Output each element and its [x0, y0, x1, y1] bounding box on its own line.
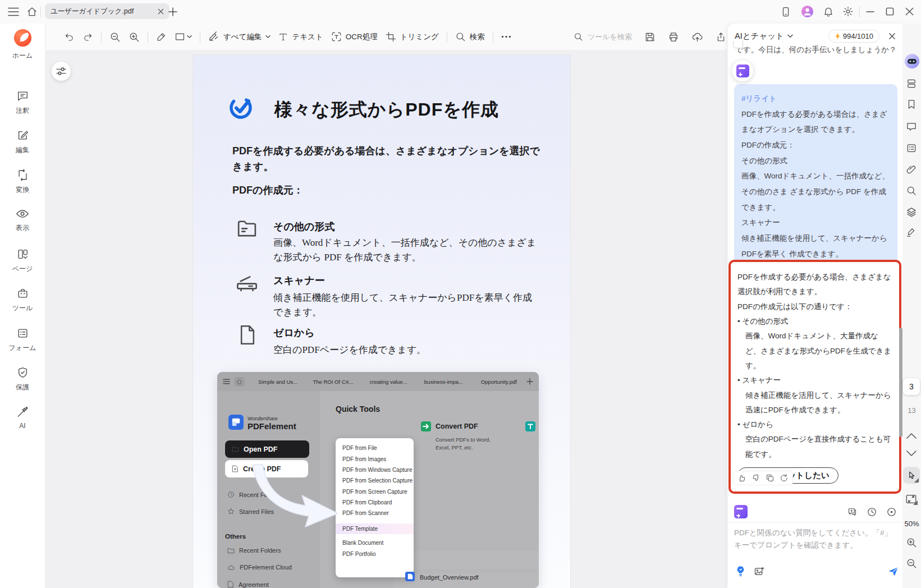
shot-home-icon — [234, 377, 245, 387]
signature-icon[interactable] — [906, 227, 917, 238]
ocr-label: OCR処理 — [346, 32, 378, 42]
doc-item-title: ゼロから — [273, 326, 315, 339]
mobile-device-icon[interactable] — [780, 6, 791, 18]
edit-all-label: すべて編集 — [223, 32, 262, 42]
send-icon[interactable] — [887, 566, 899, 577]
comments-icon[interactable] — [906, 121, 917, 132]
sidebar-item-edit[interactable]: 編集 — [0, 129, 45, 155]
document-tab[interactable]: ユーザーガイドブック.pdf — [45, 3, 169, 19]
new-tab-icon[interactable] — [168, 7, 177, 16]
shot-others-label: Others — [225, 533, 246, 540]
shot-recent-folders: Recent Folders — [227, 547, 281, 554]
sidebar-item-pages[interactable]: ページ — [0, 248, 45, 274]
chevron-down-icon[interactable] — [787, 34, 793, 38]
answer-paragraph: PDFを作成する必要がある場合、さまざまな選択肢が利用できます。 — [737, 270, 892, 300]
chevron-down-icon — [187, 35, 192, 39]
history-clock-icon[interactable] — [867, 507, 877, 517]
sidebar-item-ai[interactable]: AI — [0, 406, 45, 430]
highlighter-icon[interactable] — [156, 31, 167, 42]
prompt-bulb-icon[interactable] — [736, 566, 745, 577]
chat-settings-icon[interactable] — [886, 507, 897, 517]
thumbs-up-icon[interactable] — [737, 474, 746, 483]
chat-input[interactable]: PDFと関係のない質問をしてください。「#」キーでプロンプトを確認できます。 — [734, 527, 898, 552]
sidebar-item-view[interactable]: 表示 — [0, 208, 45, 233]
embedded-screenshot: Simple and Us... The ROI Of CX... creati… — [217, 372, 539, 588]
ai-assistant-float-button[interactable] — [731, 59, 754, 82]
edit-all-button[interactable]: すべて編集 — [208, 31, 271, 42]
answer-bullet-desc: 画像、Wordドキュメント、大量作成など、さまざまな形式からPDFを生成できます… — [737, 329, 892, 373]
add-image-icon[interactable] — [754, 566, 765, 577]
sidebar-item-home[interactable]: ホーム — [0, 29, 45, 61]
attachments-paperclip-icon[interactable] — [906, 164, 917, 175]
toolbox-icon — [16, 287, 29, 300]
ocr-button[interactable]: OCR処理 — [331, 31, 378, 42]
bookmark-icon[interactable] — [906, 99, 917, 110]
shape-tool[interactable] — [175, 32, 192, 42]
magic-wand-icon — [16, 406, 29, 418]
save-icon[interactable] — [644, 31, 656, 43]
tab-close-icon[interactable] — [158, 8, 164, 15]
print-icon[interactable] — [668, 31, 679, 43]
rewrite-tag[interactable]: #リライト — [741, 91, 890, 107]
text-tool-button[interactable]: テキスト — [278, 32, 323, 42]
previous-page-icon[interactable] — [906, 432, 917, 439]
more-tools-icon[interactable] — [501, 35, 511, 38]
cloud-upload-icon[interactable] — [691, 31, 703, 42]
sidebar-item-label: AI — [19, 422, 25, 430]
shot-tab-bar: Simple and Us... The ROI Of CX... creati… — [217, 372, 539, 391]
tool-search-field[interactable]: ツールを検索 — [574, 32, 632, 42]
search-pane-icon[interactable] — [906, 185, 917, 196]
left-sidebar: ホーム 注釈 編集 変換 表示 ページ ツール フォーム 保護 AI — [0, 24, 45, 588]
sidebar-item-annotate[interactable]: 注釈 — [0, 90, 45, 116]
zoom-level[interactable]: 50% — [902, 520, 921, 528]
crop-button[interactable]: トリミング — [386, 31, 439, 42]
sidebar-item-protect[interactable]: 保護 — [0, 366, 45, 392]
ai-credits-badge[interactable]: 994/1010 — [828, 30, 879, 43]
undo-icon[interactable] — [64, 32, 75, 42]
fit-view-button[interactable] — [905, 494, 917, 504]
form-fields-icon[interactable] — [906, 143, 917, 154]
zoom-out-button[interactable] — [906, 558, 917, 569]
document-viewport[interactable]: 様々な形式からPDFを作成 PDFを作成する必要がある場合は、さまざまなオプショ… — [45, 50, 727, 588]
next-page-icon[interactable] — [906, 450, 917, 457]
shot-brand-top: Wondershare — [248, 416, 278, 421]
window-maximize-icon[interactable] — [886, 7, 894, 16]
regenerate-icon[interactable] — [780, 474, 789, 483]
ai-book-icon[interactable] — [734, 505, 748, 518]
feedback-toolbar — [733, 471, 793, 485]
zoom-out-icon[interactable] — [109, 31, 121, 43]
zoom-in-icon[interactable] — [129, 31, 140, 43]
user-avatar[interactable] — [801, 5, 814, 18]
layers-icon[interactable] — [906, 206, 917, 218]
rewrite-line: 傾き補正機能を使用して、スキャナーからPDFを素早く 作成できます。 — [741, 231, 890, 261]
sidebar-item-form[interactable]: フォーム — [0, 327, 45, 353]
current-page-indicator[interactable]: 3 — [903, 378, 920, 395]
window-close-icon[interactable] — [905, 7, 914, 16]
toolbar-right: ツールを検索 — [574, 24, 726, 50]
shot-convert-icon — [421, 421, 431, 431]
home-icon[interactable] — [26, 6, 38, 17]
edit-all-icon — [208, 31, 219, 42]
new-chat-icon[interactable] — [847, 507, 858, 517]
thumbnails-icon[interactable] — [906, 78, 917, 89]
crop-icon — [386, 31, 396, 42]
sidebar-item-convert[interactable]: 変換 — [0, 169, 45, 195]
shot-tab: Opportunity.pdf — [471, 379, 526, 385]
search-button[interactable]: 検索 — [455, 31, 485, 42]
redo-icon[interactable] — [83, 32, 93, 42]
shot-menu-item: PDF from Clipboard — [336, 497, 414, 508]
main-menu-icon[interactable] — [8, 7, 19, 16]
thumbs-down-icon[interactable] — [752, 474, 760, 483]
chat-close-icon[interactable] — [888, 33, 896, 40]
settings-gear-icon[interactable] — [842, 6, 854, 17]
zoom-in-button[interactable] — [906, 537, 917, 548]
tab-title: ユーザーガイドブック.pdf — [51, 7, 153, 16]
share-icon[interactable] — [716, 31, 726, 43]
select-tool-button[interactable] — [903, 467, 920, 484]
view-settings-button[interactable] — [52, 62, 71, 81]
sidebar-item-tools[interactable]: ツール — [0, 287, 45, 313]
copy-icon[interactable] — [766, 474, 775, 483]
ai-robot-avatar[interactable] — [904, 53, 920, 69]
notifications-bell-icon[interactable] — [823, 6, 834, 17]
window-minimize-icon[interactable] — [866, 11, 874, 13]
